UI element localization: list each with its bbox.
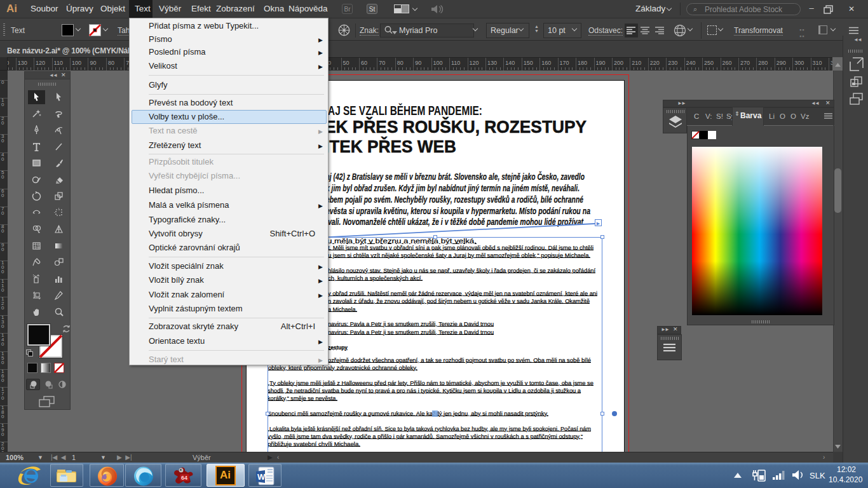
svg-text:64: 64 — [181, 475, 187, 481]
svg-text:W: W — [257, 472, 266, 482]
